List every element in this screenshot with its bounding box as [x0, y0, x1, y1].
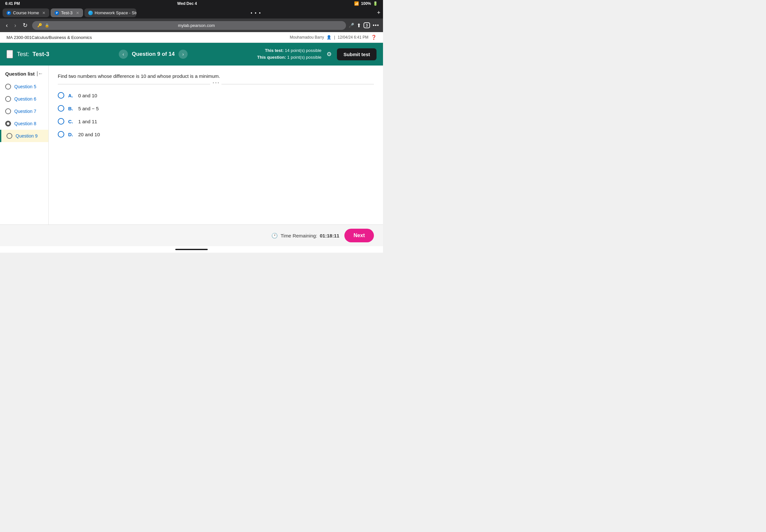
- hamburger-menu[interactable]: ☰: [6, 50, 13, 58]
- home-bar: [0, 246, 383, 253]
- option-d[interactable]: D. 20 and 10: [58, 131, 374, 138]
- test-header-right: This test: 14 point(s) possible This que…: [257, 47, 376, 61]
- this-question-value: 1 point(s) possible: [287, 55, 322, 60]
- prev-question-button[interactable]: ‹: [119, 50, 128, 59]
- test-header: ☰ Test: Test-3 ‹ Question 9 of 14 › This…: [0, 43, 383, 66]
- question-list-header: Question list |←: [0, 71, 48, 80]
- wifi-icon: 📶: [354, 1, 359, 6]
- tabs-bar: P Course Home ✕ P Test-3 ✕ Homework Spac…: [0, 7, 383, 18]
- footer: 🕐 Time Remaining: 01:18:11 Next: [0, 224, 383, 246]
- test-prefix: Test:: [17, 51, 29, 57]
- mic-icon[interactable]: 🎤: [348, 23, 354, 28]
- status-bar: 6:41 PM Wed Dec 4 📶 100% 🔋: [0, 0, 383, 7]
- this-question-label: This question:: [257, 55, 286, 60]
- tab-course-home-close[interactable]: ✕: [42, 11, 45, 15]
- share-button[interactable]: ⬆: [357, 22, 361, 29]
- battery-display: 100%: [361, 1, 371, 6]
- user-icon: 👤: [326, 35, 331, 40]
- question-item-9[interactable]: Question 9: [0, 130, 48, 142]
- tab-test3-label: Test-3: [61, 10, 72, 15]
- answer-options: A. 0 and 10 B. 5 and − 5 C. 1 and 11 D. …: [58, 92, 374, 138]
- divider-dots: • • •: [210, 81, 221, 85]
- question-8-label: Question 8: [14, 121, 36, 126]
- radio-q5: [5, 84, 11, 90]
- key-icon: 🔑: [37, 23, 42, 28]
- settings-button[interactable]: ⚙: [326, 51, 332, 58]
- content-area: Question list |← Question 5 Question 6 Q…: [0, 66, 383, 224]
- this-test-value: 14 point(s) possible: [285, 48, 322, 53]
- question-nav: ‹ Question 9 of 14 ›: [119, 50, 188, 59]
- tabs-count[interactable]: 3: [363, 22, 370, 28]
- option-c[interactable]: C. 1 and 11: [58, 118, 374, 125]
- back-button[interactable]: ‹: [4, 21, 10, 30]
- test-label: Test: Test-3: [17, 51, 49, 58]
- course-meta: Mouhamadou Barry 👤 | 12/04/24 6:41 PM ❓: [290, 35, 376, 40]
- question-text: Find two numbers whose difference is 10 …: [58, 73, 374, 79]
- tab-test3[interactable]: P Test-3 ✕: [51, 8, 83, 17]
- new-tab-button[interactable]: +: [377, 9, 380, 16]
- radio-option-c[interactable]: [58, 118, 64, 125]
- course-title: MA 2300-001Calculus/Business & Economics: [6, 35, 92, 40]
- question-5-label: Question 5: [14, 84, 36, 89]
- question-item-6[interactable]: Question 6: [0, 93, 48, 105]
- radio-option-b[interactable]: [58, 105, 64, 112]
- test-info: This test: 14 point(s) possible This que…: [257, 47, 321, 61]
- this-test-info: This test: 14 point(s) possible: [257, 47, 321, 54]
- tab-test3-close[interactable]: ✕: [76, 11, 79, 15]
- question-counter: Question 9 of 14: [132, 51, 175, 57]
- collapse-panel-button[interactable]: |←: [37, 71, 43, 77]
- option-b[interactable]: B. 5 and − 5: [58, 105, 374, 112]
- more-button[interactable]: •••: [372, 22, 379, 28]
- option-c-letter: C.: [68, 119, 73, 124]
- address-bar[interactable]: 🔑 🔒 mylab.pearson.com: [32, 21, 346, 30]
- tab-dots: • • •: [138, 10, 374, 16]
- timer-area: 🕐 Time Remaining: 01:18:11: [271, 233, 339, 239]
- question-list-title: Question list: [5, 71, 35, 77]
- option-a[interactable]: A. 0 and 10: [58, 92, 374, 99]
- this-test-label: This test:: [265, 48, 284, 53]
- nav-bar: ‹ › ↻ 🔑 🔒 mylab.pearson.com 🎤 ⬆ 3 •••: [0, 18, 383, 32]
- tab-course-home-label: Course Home: [13, 10, 39, 15]
- url-display: mylab.pearson.com: [52, 23, 341, 28]
- test-name: Test-3: [32, 51, 49, 57]
- tab-homework-label: Homework Space - Stu...: [95, 10, 136, 15]
- question-content: Find two numbers whose difference is 10 …: [49, 66, 383, 224]
- question-7-label: Question 7: [14, 109, 36, 114]
- this-question-info: This question: 1 point(s) possible: [257, 54, 321, 61]
- timer-value: 01:18:11: [320, 233, 339, 238]
- radio-q7: [5, 108, 11, 114]
- pearson-icon-tab1: P: [6, 11, 11, 15]
- date-display: Wed Dec 4: [177, 1, 197, 6]
- question-6-label: Question 6: [14, 96, 36, 102]
- question-list-panel: Question list |← Question 5 Question 6 Q…: [0, 66, 49, 224]
- tab-homework[interactable]: Homework Space - Stu... ✕: [84, 8, 136, 17]
- help-icon[interactable]: ❓: [371, 35, 376, 40]
- option-a-letter: A.: [68, 93, 73, 98]
- radio-q8: [5, 121, 11, 127]
- question-item-7[interactable]: Question 7: [0, 105, 48, 117]
- tab-course-home[interactable]: P Course Home ✕: [3, 8, 49, 17]
- radio-option-d[interactable]: [58, 131, 64, 138]
- next-button[interactable]: Next: [344, 229, 374, 242]
- pearson-icon-tab2: P: [55, 11, 59, 15]
- forward-button[interactable]: ›: [12, 21, 18, 30]
- browser-chrome: 6:41 PM Wed Dec 4 📶 100% 🔋 P Course Home…: [0, 0, 383, 32]
- reload-button[interactable]: ↻: [21, 20, 30, 30]
- globe-icon-tab3: [88, 11, 93, 15]
- question-item-8[interactable]: Question 8: [0, 117, 48, 130]
- nav-right: 🎤 ⬆ 3 •••: [348, 22, 379, 29]
- datetime-display: 12/04/24 6:41 PM: [337, 35, 368, 40]
- clock-icon: 🕐: [271, 233, 278, 239]
- next-question-button[interactable]: ›: [178, 50, 188, 59]
- meta-separator: |: [334, 35, 335, 40]
- submit-test-button[interactable]: Submit test: [337, 48, 376, 60]
- radio-option-a[interactable]: [58, 92, 64, 99]
- radio-q9: [6, 133, 12, 139]
- user-name: Mouhamadou Barry: [290, 35, 324, 40]
- option-b-letter: B.: [68, 106, 73, 111]
- question-9-label: Question 9: [16, 133, 38, 139]
- home-indicator: [175, 249, 208, 250]
- option-a-text: 0 and 10: [78, 93, 97, 98]
- option-c-text: 1 and 11: [78, 119, 97, 124]
- question-item-5[interactable]: Question 5: [0, 80, 48, 93]
